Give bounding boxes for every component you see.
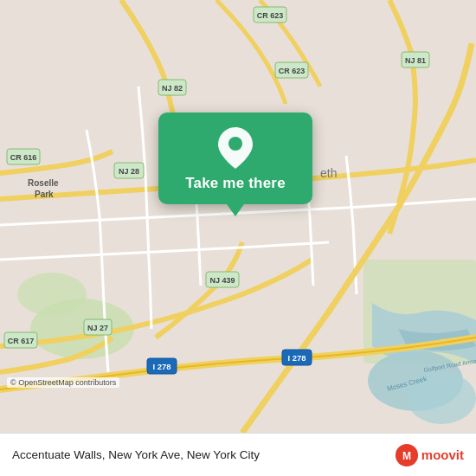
address-text: Accentuate Walls, New York Ave, New York… — [12, 448, 395, 461]
popup-card[interactable]: Take me there — [158, 113, 312, 204]
osm-credit: © OpenStreetMap contributors — [7, 377, 119, 388]
moovit-text: moovit — [421, 447, 464, 462]
moovit-icon: M — [395, 443, 419, 467]
svg-text:NJ 82: NJ 82 — [162, 84, 183, 93]
moovit-logo: M moovit — [395, 443, 464, 467]
map-container: CR 623 NJ 82 CR 623 NJ 81 CR 616 NJ 28 N… — [0, 0, 476, 433]
svg-text:I 278: I 278 — [152, 362, 170, 371]
svg-text:eth: eth — [320, 166, 337, 180]
svg-text:NJ 27: NJ 27 — [87, 324, 108, 332]
svg-text:Roselle: Roselle — [28, 178, 59, 188]
svg-text:M: M — [402, 449, 411, 461]
bottom-bar: Accentuate Walls, New York Ave, New York… — [0, 433, 476, 476]
svg-text:Park: Park — [35, 190, 54, 199]
svg-text:NJ 81: NJ 81 — [405, 56, 426, 65]
svg-text:CR 623: CR 623 — [279, 67, 306, 75]
popup-label: Take me there — [185, 175, 286, 192]
location-pin-icon — [213, 125, 258, 170]
svg-text:CR 616: CR 616 — [10, 153, 37, 162]
svg-point-2 — [17, 273, 87, 316]
svg-text:NJ 439: NJ 439 — [209, 276, 235, 285]
svg-text:NJ 28: NJ 28 — [119, 167, 139, 176]
map-svg: CR 623 NJ 82 CR 623 NJ 81 CR 616 NJ 28 N… — [0, 0, 476, 433]
svg-point-33 — [228, 137, 242, 151]
svg-text:CR 623: CR 623 — [257, 11, 284, 20]
svg-text:I 278: I 278 — [287, 353, 306, 363]
svg-text:CR 617: CR 617 — [8, 337, 35, 345]
